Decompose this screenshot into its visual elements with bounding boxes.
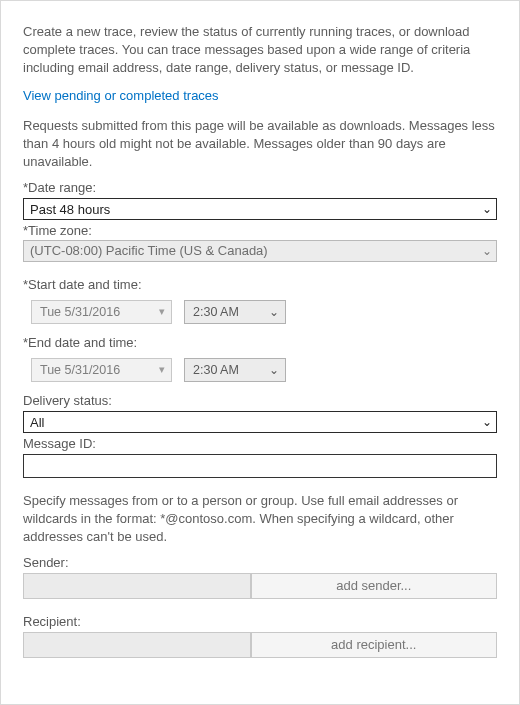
end-datetime-label: *End date and time: [23, 334, 497, 352]
chevron-down-icon: ⌄ [482, 201, 492, 218]
intro-text: Create a new trace, review the status of… [23, 23, 497, 77]
chevron-down-icon: ▾ [159, 362, 165, 377]
date-range-select[interactable]: Past 48 hours ⌄ [23, 198, 497, 220]
recipient-input[interactable] [23, 632, 251, 658]
chevron-down-icon: ▾ [159, 304, 165, 319]
delivery-status-value: All [30, 415, 44, 430]
sender-label: Sender: [23, 554, 497, 572]
date-range-value: Past 48 hours [30, 202, 110, 217]
start-time-select[interactable]: 2:30 AM ⌄ [184, 300, 286, 324]
time-zone-value: (UTC-08:00) Pacific Time (US & Canada) [30, 243, 268, 258]
chevron-down-icon: ⌄ [482, 243, 492, 260]
sender-input[interactable] [23, 573, 251, 599]
chevron-down-icon: ⌄ [269, 362, 279, 379]
specify-text: Specify messages from or to a person or … [23, 492, 497, 546]
end-time-value: 2:30 AM [193, 363, 239, 377]
start-datetime-label: *Start date and time: [23, 276, 497, 294]
start-date-value: Tue 5/31/2016 [40, 305, 120, 319]
add-recipient-button[interactable]: add recipient... [251, 632, 497, 658]
delivery-status-label: Delivery status: [23, 392, 497, 410]
availability-text: Requests submitted from this page will b… [23, 117, 497, 171]
add-sender-button[interactable]: add sender... [251, 573, 497, 599]
start-time-value: 2:30 AM [193, 305, 239, 319]
message-id-label: Message ID: [23, 435, 497, 453]
view-traces-link[interactable]: View pending or completed traces [23, 87, 497, 105]
message-id-input[interactable] [23, 454, 497, 478]
time-zone-select: (UTC-08:00) Pacific Time (US & Canada) ⌄ [23, 240, 497, 262]
end-time-select[interactable]: 2:30 AM ⌄ [184, 358, 286, 382]
date-range-label: *Date range: [23, 179, 497, 197]
recipient-label: Recipient: [23, 613, 497, 631]
chevron-down-icon: ⌄ [269, 304, 279, 321]
time-zone-label: *Time zone: [23, 222, 497, 240]
chevron-down-icon: ⌄ [482, 414, 492, 431]
end-date-picker[interactable]: Tue 5/31/2016 ▾ [31, 358, 172, 382]
start-date-picker[interactable]: Tue 5/31/2016 ▾ [31, 300, 172, 324]
end-date-value: Tue 5/31/2016 [40, 363, 120, 377]
delivery-status-select[interactable]: All ⌄ [23, 411, 497, 433]
